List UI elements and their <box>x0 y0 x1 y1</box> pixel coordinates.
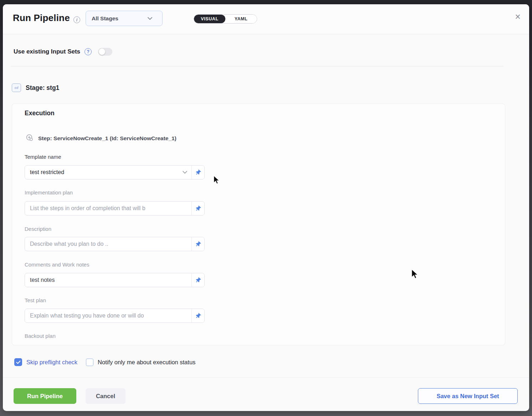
test-plan-input[interactable] <box>25 309 191 323</box>
field-label-comments: Comments and Work notes <box>25 262 205 268</box>
comments-input[interactable] <box>25 273 191 287</box>
toggle-knob <box>99 49 105 55</box>
skip-preflight-label[interactable]: Skip preflight check <box>26 359 77 366</box>
skip-preflight-checkbox[interactable] <box>14 358 22 366</box>
dialog-header: Run Pipeline i All Stages VISUAL YAML × <box>3 4 529 34</box>
step-label: Step: ServiceNowCreate_1 (Id: ServiceNow… <box>38 135 177 142</box>
notify-me-label[interactable]: Notify only me about execution status <box>98 359 195 366</box>
step-icon <box>26 134 34 143</box>
chevron-down-icon <box>148 17 157 20</box>
pin-icon[interactable] <box>191 166 204 179</box>
save-as-new-input-set-button[interactable]: Save as New Input Set <box>418 388 518 404</box>
divider <box>11 66 503 66</box>
field-label-backout-plan: Backout plan <box>25 333 205 339</box>
pin-icon[interactable] <box>191 273 204 287</box>
close-icon[interactable]: × <box>515 12 521 22</box>
run-pipeline-dialog: Run Pipeline i All Stages VISUAL YAML × … <box>3 4 529 411</box>
tab-yaml[interactable]: YAML <box>225 15 257 23</box>
preflight-options-row: Skip preflight check Notify only me abou… <box>14 358 195 366</box>
field-label-description: Description <box>25 226 205 232</box>
input-sets-toggle[interactable] <box>98 48 112 56</box>
info-icon[interactable]: i <box>73 16 80 23</box>
run-pipeline-button[interactable]: Run Pipeline <box>14 388 76 404</box>
test-plan-field <box>25 309 205 323</box>
pin-icon[interactable] <box>191 237 204 251</box>
field-label-implementation-plan: Implementation plan <box>25 189 205 196</box>
stage-row: cd Stage: stg1 <box>12 83 59 92</box>
description-input[interactable] <box>25 237 191 251</box>
divider <box>3 377 529 378</box>
stage-label: Stage: stg1 <box>26 84 59 92</box>
input-sets-row: Use existing Input Sets ? <box>14 48 112 56</box>
cancel-button[interactable]: Cancel <box>86 388 126 404</box>
template-name-input[interactable] <box>25 166 183 179</box>
pin-icon[interactable] <box>191 309 204 323</box>
footer-buttons: Run Pipeline Cancel Save as New Input Se… <box>3 388 529 404</box>
tab-visual[interactable]: VISUAL <box>194 15 225 23</box>
field-label-template-name: Template name <box>25 154 205 160</box>
template-name-select <box>25 165 205 179</box>
notify-me-checkbox[interactable] <box>86 359 93 366</box>
field-label-test-plan: Test plan <box>25 297 205 303</box>
comments-field <box>25 273 205 287</box>
chevron-down-icon[interactable] <box>183 166 191 179</box>
input-sets-label: Use existing Input Sets <box>14 48 80 55</box>
implementation-plan-field <box>25 201 205 215</box>
stage-cd-icon: cd <box>12 83 21 92</box>
visual-yaml-toggle: VISUAL YAML <box>194 14 257 24</box>
stage-scope-value: All Stages <box>92 15 148 22</box>
pin-icon[interactable] <box>191 202 204 215</box>
help-icon[interactable]: ? <box>85 48 92 55</box>
execution-title: Execution <box>25 110 55 117</box>
implementation-plan-input[interactable] <box>25 202 191 215</box>
description-field <box>25 237 205 251</box>
execution-card: Execution Step: ServiceNowCreate_1 (Id: … <box>12 103 505 345</box>
step-row: Step: ServiceNowCreate_1 (Id: ServiceNow… <box>26 134 177 143</box>
stage-scope-select[interactable]: All Stages <box>86 11 163 26</box>
page-title: Run Pipeline <box>13 12 70 24</box>
